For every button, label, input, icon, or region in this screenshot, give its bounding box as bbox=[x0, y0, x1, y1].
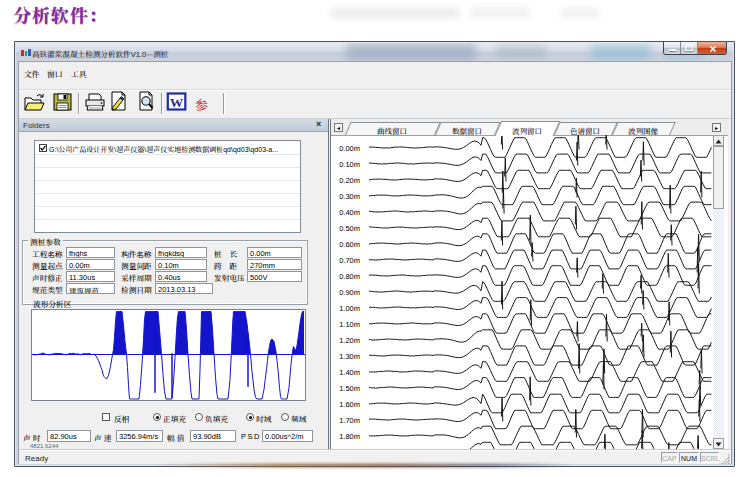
svg-text:0.90m: 0.90m bbox=[339, 288, 360, 297]
svg-text:1.10m: 1.10m bbox=[339, 320, 360, 329]
svg-text:1.30m: 1.30m bbox=[339, 352, 360, 361]
svg-text:0.30m: 0.30m bbox=[339, 192, 360, 201]
svg-text:0.00m: 0.00m bbox=[339, 144, 360, 153]
svg-text:0.60m: 0.60m bbox=[339, 240, 360, 249]
svg-text:1.70m: 1.70m bbox=[339, 416, 360, 425]
svg-text:1.60m: 1.60m bbox=[339, 400, 360, 409]
svg-text:1.20m: 1.20m bbox=[339, 336, 360, 345]
svg-text:1.50m: 1.50m bbox=[339, 384, 360, 393]
svg-text:0.70m: 0.70m bbox=[339, 256, 360, 265]
svg-text:0.40m: 0.40m bbox=[339, 208, 360, 217]
svg-text:0.50m: 0.50m bbox=[339, 224, 360, 233]
svg-text:1.00m: 1.00m bbox=[339, 304, 360, 313]
svg-text:0.10m: 0.10m bbox=[339, 160, 360, 169]
svg-text:W: W bbox=[170, 95, 184, 110]
svg-text:1.40m: 1.40m bbox=[339, 368, 360, 377]
svg-text:0.20m: 0.20m bbox=[339, 176, 360, 185]
svg-text:0.80m: 0.80m bbox=[339, 272, 360, 281]
svg-text:1.80m: 1.80m bbox=[339, 432, 360, 441]
